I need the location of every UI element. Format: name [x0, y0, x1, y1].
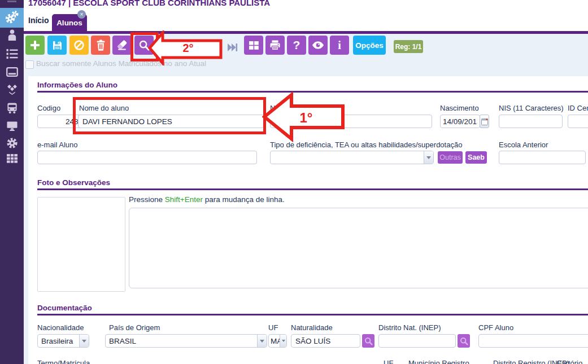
- sidebar-item-storage[interactable]: [0, 81, 24, 100]
- uf-registro-label: UF: [384, 359, 393, 364]
- search-icon: [138, 40, 150, 51]
- observacoes-textarea[interactable]: [129, 208, 588, 288]
- nacionalidade-select[interactable]: Brasileira: [37, 334, 89, 348]
- search-button[interactable]: [134, 36, 154, 55]
- gears-icon: [5, 10, 19, 27]
- deficiencia-label: Tipo de deficiência, TEA ou altas habili…: [270, 141, 462, 149]
- email-label: e-mail Aluno: [37, 141, 78, 149]
- search-icon: [364, 337, 373, 345]
- sidebar-item-lists[interactable]: [0, 45, 24, 64]
- municipio-registro-label: Município Registro: [408, 359, 469, 364]
- cpf-field[interactable]: [478, 334, 588, 348]
- chevron-down-icon: [280, 335, 286, 347]
- chevron-down-icon: [257, 335, 267, 347]
- distrito-nat-label: Distrito Nat. (INEP): [378, 323, 441, 332]
- nacionalidade-label: Nacionalidade: [37, 323, 84, 332]
- codigo-label: Codigo: [37, 104, 60, 112]
- add-button[interactable]: [25, 36, 45, 55]
- email-field[interactable]: [37, 151, 257, 164]
- print-icon: [269, 40, 281, 51]
- person-icon: [6, 29, 18, 44]
- save-icon: [52, 40, 63, 51]
- page-title: 17056047 | ESCOLA SPORT CLUB CORINTHIANS…: [28, 0, 270, 7]
- section-divider: [37, 314, 588, 315]
- info-icon: i: [338, 39, 341, 52]
- student-photo-box[interactable]: [37, 197, 125, 292]
- sidebar-item-card[interactable]: [0, 63, 24, 82]
- help-button[interactable]: ?: [287, 36, 306, 55]
- uf-label: UF: [268, 323, 278, 332]
- distrito-nat-field[interactable]: [378, 334, 456, 348]
- view-button[interactable]: [308, 36, 328, 55]
- nome-social-label: Nos: [270, 104, 283, 112]
- filter-enrolled-checkbox[interactable]: [25, 60, 34, 69]
- cancel-icon: [73, 40, 85, 51]
- monitor-icon: [6, 121, 18, 134]
- nascimento-label: Nascimento: [440, 104, 479, 112]
- delete-icon: [95, 40, 106, 51]
- shortcut-key: Shift+Enter: [165, 195, 203, 204]
- sidebar: [0, 0, 24, 364]
- nascimento-field[interactable]: [440, 115, 480, 128]
- table-icon: [249, 41, 259, 50]
- sidebar-item-students[interactable]: [0, 27, 24, 46]
- section-title-foto: Foto e Observações: [37, 178, 110, 187]
- sidebar-item-settings-gears[interactable]: [0, 8, 24, 28]
- naturalidade-field[interactable]: [291, 334, 360, 348]
- record-counter-badge: Reg: 1/1: [394, 40, 423, 53]
- deficiencia-select[interactable]: [270, 151, 434, 164]
- saeb-button[interactable]: Saeb: [465, 151, 487, 164]
- skip-last-icon: [227, 43, 238, 52]
- naturalidade-label: Naturalidade: [291, 323, 333, 332]
- sidebar-item-transport[interactable]: [0, 99, 24, 119]
- date-picker-button[interactable]: [480, 115, 489, 128]
- tab-inicio[interactable]: Início: [28, 16, 49, 25]
- distrito-nat-search-button[interactable]: [458, 334, 470, 348]
- close-tab-icon[interactable]: ×: [77, 10, 86, 19]
- options-button[interactable]: Opções: [353, 36, 386, 55]
- naturalidade-search-button[interactable]: [362, 334, 374, 348]
- escola-anterior-label: Escola Anterior: [499, 141, 548, 149]
- grid-icon: [6, 154, 18, 166]
- browse-records-button[interactable]: [244, 36, 263, 55]
- go-last-record-button[interactable]: [227, 43, 238, 54]
- calendar-icon: [481, 118, 488, 125]
- section-title-informacoes: Informações do Aluno: [37, 81, 117, 89]
- cancel-button[interactable]: [69, 36, 89, 55]
- student-registration-window: 17056047 | ESCOLA SPORT CLUB CORINTHIANS…: [0, 0, 588, 364]
- pais-origem-select[interactable]: BRASIL: [105, 334, 267, 348]
- uf-select[interactable]: MA: [268, 334, 287, 348]
- nis-field[interactable]: [499, 115, 563, 128]
- help-icon: ?: [293, 38, 300, 52]
- cpf-label: CPF Aluno: [478, 323, 513, 332]
- nome-aluno-field[interactable]: [78, 115, 264, 128]
- sidebar-item-tables[interactable]: [0, 150, 24, 169]
- gear-icon: [6, 137, 18, 151]
- cartorio-label: Cartório: [556, 359, 582, 364]
- menu-icon[interactable]: [7, 1, 16, 2]
- clear-button[interactable]: [112, 36, 132, 55]
- pais-origem-label: País de Origem: [109, 323, 160, 332]
- escola-anterior-field[interactable]: [499, 151, 586, 164]
- save-button[interactable]: [47, 36, 67, 55]
- sidebar-item-monitor[interactable]: [0, 117, 24, 137]
- chevron-down-icon: [424, 151, 433, 164]
- outras-button[interactable]: Outras: [438, 151, 463, 164]
- section-divider: [37, 91, 588, 93]
- nome-aluno-label: Nome do aluno: [79, 104, 129, 112]
- filter-enrolled-label: Buscar somente Alunos Matriculados no an…: [36, 59, 206, 68]
- nome-social-field[interactable]: [270, 115, 432, 128]
- id-censo-field[interactable]: [568, 115, 588, 128]
- ordered-list-icon: [6, 49, 18, 62]
- card-icon: [6, 67, 18, 79]
- delete-button[interactable]: [91, 36, 110, 55]
- termo-matricula-label: Termo/Matrícula: [37, 359, 90, 364]
- add-icon: [30, 40, 40, 50]
- section-title-documentacao: Documentação: [37, 304, 92, 312]
- info-button[interactable]: i: [330, 36, 349, 55]
- eraser-icon: [116, 40, 128, 51]
- section-divider: [37, 188, 588, 190]
- id-censo-label: ID Cens: [568, 104, 588, 112]
- print-button[interactable]: [265, 36, 285, 55]
- observacoes-hint: Pressione Shift+Enter para mudança de li…: [129, 195, 285, 204]
